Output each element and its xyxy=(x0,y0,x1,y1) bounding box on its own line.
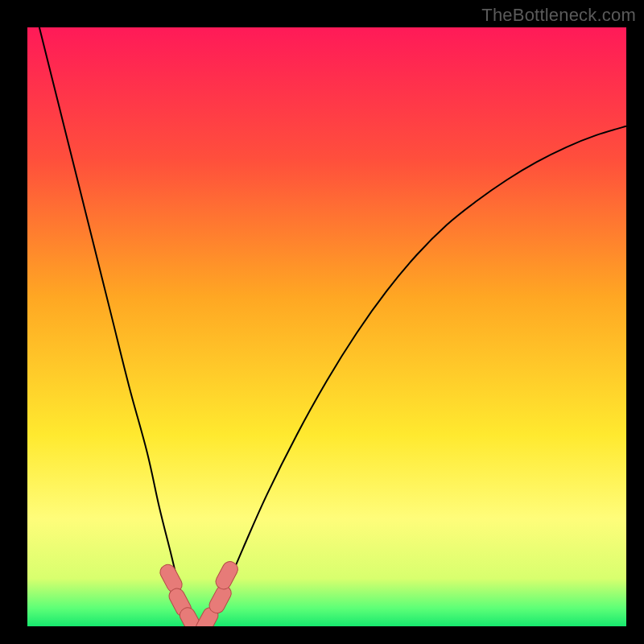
watermark-text: TheBottleneck.com xyxy=(481,5,636,26)
plot-area xyxy=(27,27,626,626)
chart-frame: TheBottleneck.com xyxy=(0,0,644,644)
bottleneck-chart xyxy=(27,27,626,626)
gradient-background xyxy=(27,27,626,626)
